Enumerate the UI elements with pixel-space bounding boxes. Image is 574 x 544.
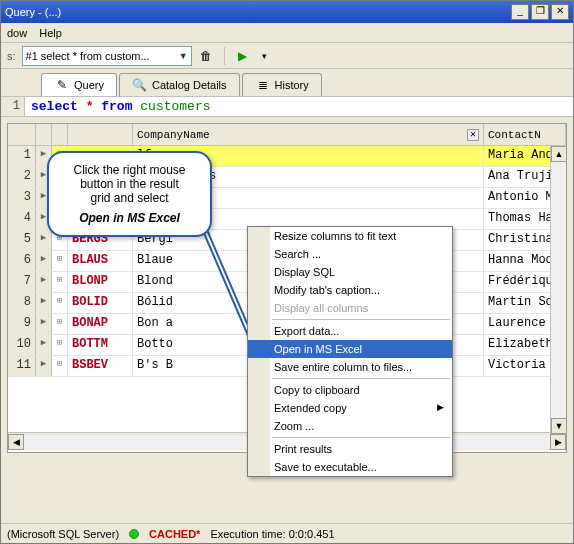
callout-line: grid and select	[57, 191, 202, 205]
id-column-header[interactable]	[68, 124, 133, 145]
toolbar-prefix: s:	[7, 50, 16, 62]
menu-copy-clipboard[interactable]: Copy to clipboard	[248, 381, 452, 399]
menu-separator	[272, 378, 450, 379]
tree-icon[interactable]: ⊞	[52, 314, 68, 334]
expand-icon[interactable]: ▶	[36, 314, 52, 334]
title-bar: Query - (...) _ ❐ ✕	[1, 1, 573, 23]
scroll-up-icon[interactable]: ▲	[551, 146, 567, 162]
row-number: 6	[8, 251, 36, 271]
pencil-icon: ✎	[54, 77, 70, 93]
scroll-down-icon[interactable]: ▼	[551, 418, 567, 434]
menu-save-column[interactable]: Save entire column to files...	[248, 358, 452, 376]
tree-icon[interactable]: ⊞	[52, 335, 68, 355]
run-icon[interactable]: ▶	[235, 48, 251, 64]
toolbar: s: #1 select * from custom... ▼ 🗑 ▶ ▾	[1, 43, 573, 69]
callout-emphasis: Open in MS Excel	[57, 211, 202, 225]
menu-zoom[interactable]: Zoom ...	[248, 417, 452, 435]
submenu-arrow-icon: ▶	[437, 402, 444, 412]
blank-header[interactable]	[52, 124, 68, 145]
status-exec-time: Execution time: 0:0:0.451	[210, 528, 334, 540]
menu-separator	[272, 437, 450, 438]
status-bar: (Microsoft SQL Server) CACHED* Execution…	[1, 523, 573, 543]
chevron-down-icon: ▼	[179, 51, 188, 61]
menu-modify-caption[interactable]: Modify tab's caption...	[248, 281, 452, 299]
menu-save-executable[interactable]: Save to executable...	[248, 458, 452, 476]
run-dropdown-icon[interactable]: ▾	[257, 48, 273, 64]
cell-id: BLONP	[68, 272, 133, 292]
cell-id: BONAP	[68, 314, 133, 334]
menu-search[interactable]: Search ...	[248, 245, 452, 263]
company-column-header[interactable]: CompanyName ✕	[133, 124, 484, 145]
scroll-right-icon[interactable]: ▶	[550, 434, 566, 450]
menu-export-data[interactable]: Export data...	[248, 322, 452, 340]
row-number: 11	[8, 356, 36, 376]
row-number: 10	[8, 335, 36, 355]
cell-id: BSBEV	[68, 356, 133, 376]
context-menu: Resize columns to fit text Search ... Di…	[247, 226, 453, 477]
expand-icon[interactable]: ▶	[36, 272, 52, 292]
callout-line: Click the right mouse	[57, 163, 202, 177]
expand-icon[interactable]: ▶	[36, 251, 52, 271]
expand-header[interactable]	[36, 124, 52, 145]
tree-icon[interactable]: ⊞	[52, 356, 68, 376]
minimize-button[interactable]: _	[511, 4, 529, 20]
tab-label: Catalog Details	[152, 79, 227, 91]
connection-status-icon	[129, 529, 139, 539]
menu-help[interactable]: Help	[39, 27, 62, 39]
callout-line: button in the result	[57, 177, 202, 191]
sql-editor[interactable]: 1 select * from customers	[1, 97, 573, 117]
menu-window[interactable]: dow	[7, 27, 27, 39]
tree-icon[interactable]: ⊞	[52, 251, 68, 271]
tab-catalog[interactable]: 🔍 Catalog Details	[119, 73, 240, 96]
contact-column-header[interactable]: ContactN	[484, 124, 566, 145]
expand-icon[interactable]: ▶	[36, 356, 52, 376]
line-gutter: 1	[1, 97, 25, 116]
scroll-left-icon[interactable]: ◀	[8, 434, 24, 450]
row-number: 5	[8, 230, 36, 250]
menu-bar: dow Help	[1, 23, 573, 43]
grid-header: CompanyName ✕ ContactN	[8, 124, 566, 146]
cell-id: BOLID	[68, 293, 133, 313]
row-number-header[interactable]	[8, 124, 36, 145]
expand-icon[interactable]: ▶	[36, 293, 52, 313]
list-icon: ≣	[255, 77, 271, 93]
tree-icon[interactable]: ⊞	[52, 272, 68, 292]
row-number: 7	[8, 272, 36, 292]
menu-extended-copy[interactable]: Extended copy ▶	[248, 399, 452, 417]
window-title: Query - (...)	[5, 6, 61, 18]
tab-query[interactable]: ✎ Query	[41, 73, 117, 96]
status-connection: (Microsoft SQL Server)	[7, 528, 119, 540]
status-cached: CACHED*	[149, 528, 200, 540]
row-number: 8	[8, 293, 36, 313]
trash-icon[interactable]: 🗑	[198, 48, 214, 64]
row-number: 9	[8, 314, 36, 334]
column-close-icon[interactable]: ✕	[467, 129, 479, 141]
cell-id: BLAUS	[68, 251, 133, 271]
query-dropdown-value: #1 select * from custom...	[26, 50, 150, 62]
separator	[224, 47, 225, 65]
menu-separator	[272, 319, 450, 320]
menu-display-sql[interactable]: Display SQL	[248, 263, 452, 281]
menu-print-results[interactable]: Print results	[248, 440, 452, 458]
expand-icon[interactable]: ▶	[36, 230, 52, 250]
close-button[interactable]: ✕	[551, 4, 569, 20]
tree-icon[interactable]: ⊞	[52, 293, 68, 313]
vertical-scrollbar[interactable]: ▲ ▼	[550, 146, 566, 434]
expand-icon[interactable]: ▶	[36, 335, 52, 355]
magnifier-icon: 🔍	[132, 77, 148, 93]
menu-display-all-columns: Display all columns	[248, 299, 452, 317]
menu-open-in-excel[interactable]: Open in MS Excel	[248, 340, 452, 358]
row-number: 2	[8, 167, 36, 187]
query-dropdown[interactable]: #1 select * from custom... ▼	[22, 46, 192, 66]
tooltip-callout: Click the right mouse button in the resu…	[47, 151, 212, 237]
row-number: 4	[8, 209, 36, 229]
row-number: 1	[8, 146, 36, 166]
cell-id: BOTTM	[68, 335, 133, 355]
row-number: 3	[8, 188, 36, 208]
tab-label: History	[275, 79, 309, 91]
tab-history[interactable]: ≣ History	[242, 73, 322, 96]
restore-button[interactable]: ❐	[531, 4, 549, 20]
tab-bar: ✎ Query 🔍 Catalog Details ≣ History	[1, 69, 573, 97]
menu-resize-columns[interactable]: Resize columns to fit text	[248, 227, 452, 245]
sql-text: select * from customers	[25, 97, 573, 116]
